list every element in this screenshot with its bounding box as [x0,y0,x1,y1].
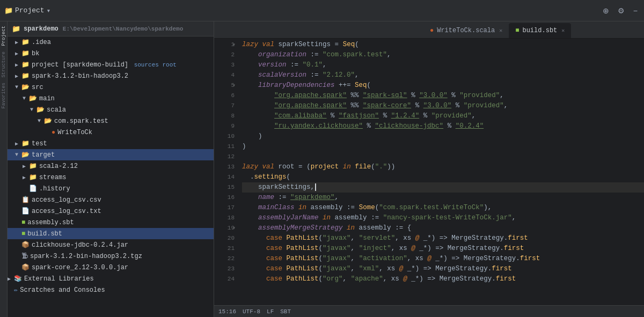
tree-item-project[interactable]: ▶📁project [sparkdemo-build] sources root [8,59,214,70]
code-content-2: organization := "com.spark.test", [242,50,391,60]
code-content-15: sparkSettings, [242,182,316,193]
vtab-project[interactable]: Project [1,24,7,48]
tree-item-history[interactable]: 📄.history [8,183,214,194]
line-numbers: 123456789101112131415161718192021222324 [214,39,239,305]
tree-item-scala[interactable]: ▼📂scala [8,104,214,115]
code-content-23: case PathList("javax", "xml", xs @ _*) =… [242,264,512,274]
code-content-7: "org.apache.spark" %% "spark-core" % "3.… [242,101,508,111]
buildSbt-tab-close[interactable]: ✕ [561,27,565,34]
line-num-15: 15 [214,182,235,193]
code-content-9: "ru.yandex.clickhouse" % "clickhouse-jdb… [242,121,484,131]
code-line-19: ▾ assemblyMergeStrategy in assembly := { [242,223,644,233]
tree-item-build_sbt[interactable]: ■build.sbt [8,228,214,239]
line-num-24: 24 [214,274,235,284]
writeToCk-tab-close[interactable]: ✕ [499,27,502,34]
panel-root-path: E:\Development\Nancydemo\sparkdemo [63,26,183,32]
code-line-2: organization := "com.spark.test", [242,50,644,60]
line-num-3: 3 [214,60,235,70]
fold-indicator-1[interactable]: ▾ [232,40,236,50]
line-num-10: 10 [214,131,235,142]
tree-item-comspark[interactable]: ▼📂com.spark.test [8,115,214,127]
line-num-18: 18 [214,213,235,223]
code-line-11: ) [242,142,644,152]
line-num-23: 23 [214,264,235,274]
vtab-structure[interactable]: Structure [1,49,7,80]
code-content-17: mainClass in assembly := Some("com.spark… [242,203,492,213]
buildSbt-tab-icon: ■ [515,27,519,34]
panel-root-label: sparkdemo [24,25,58,33]
vtab-favorites[interactable]: Favorites [1,80,7,111]
tabs-bar: ● WriteToCk.scala ✕ ■ build.sbt ✕ [214,21,644,39]
minimize-button[interactable]: − [631,5,640,16]
tab-buildSbt[interactable]: ■ build.sbt ✕ [509,23,571,38]
buildSbt-tab-label: build.sbt [522,27,557,34]
code-line-4: scalaVersion := "2.12.0", [242,70,644,80]
code-line-24: case PathList("org", "apache", xs @ _*) … [242,274,644,284]
tree-item-scala212[interactable]: ▶📁scala-2.12 [8,160,214,172]
code-content-11: ) [242,142,246,152]
line-num-1: 1 [214,40,235,50]
line-num-11: 11 [214,142,235,152]
code-content-20: case PathList("javax", "servlet", xs @ _… [242,233,528,244]
code-line-17: mainClass in assembly := Some("com.spark… [242,203,644,213]
status-line-col: 15:16 [218,308,236,315]
line-num-8: 8 [214,111,235,121]
code-line-8: "com.alibaba" % "fastjson" % "1.2.4" % "… [242,111,644,121]
tree-item-main[interactable]: ▼📂main [8,93,214,104]
code-content-1: lazy val sparkSettings = Seq( [242,40,359,50]
tree-item-test[interactable]: ▶📁test [8,138,214,149]
code-line-13: lazy val root = (project in file(".")) [242,162,644,172]
titlebar-actions: ⊕ ⚙ − [601,5,640,16]
project-panel: 📁 sparkdemo E:\Development\Nancydemo\spa… [8,21,214,317]
code-line-14: .settings( [242,172,644,182]
tree-item-clickhouse_jar[interactable]: 📦clickhouse-jdbc-0.2.4.jar [8,239,214,250]
tree-item-spark_core_jar[interactable]: 📦spark-core_2.12-3.0.0.jar [8,262,214,273]
code-line-22: case PathList("javax", "activation", xs … [242,254,644,264]
tree-item-idea[interactable]: ▶📁.idea [8,36,214,48]
code-content-19: assemblyMergeStrategy in assembly := { [242,223,411,233]
panel-header: 📁 sparkdemo E:\Development\Nancydemo\spa… [8,21,214,36]
code-line-21: case PathList("javax", "inject", xs @ _*… [242,244,644,254]
code-content-4: scalaVersion := "2.12.0", [242,70,359,80]
settings-button[interactable]: ⚙ [616,5,627,16]
tree-item-writeToCk[interactable]: ●WriteToCk [8,127,214,138]
tree-item-external_libs[interactable]: ▶📚External Libraries [8,273,214,284]
dropdown-icon[interactable]: ▾ [47,6,51,15]
tree-item-target[interactable]: ▼📂target [8,149,214,160]
tree-item-src[interactable]: ▼📂src [8,82,214,93]
code-line-6: "org.apache.spark" %% "spark-sql" % "3.0… [242,91,644,101]
tree-item-access_log_csv_csv[interactable]: 📋access_log_csv.csv [8,194,214,205]
writeToCk-tab-icon: ● [430,27,434,34]
panel-folder-icon: 📁 [12,25,20,33]
sync-button[interactable]: ⊕ [601,5,611,16]
project-label: Project [15,6,45,14]
tab-writeToCk[interactable]: ● WriteToCk.scala ✕ [423,23,509,38]
line-num-5: 5 [214,80,235,91]
code-container[interactable]: 123456789101112131415161718192021222324 … [214,39,644,305]
fold-indicator-5[interactable]: ▾ [232,80,236,91]
line-num-9: 9 [214,121,235,131]
code-line-23: case PathList("javax", "xml", xs @ _*) =… [242,264,644,274]
code-content-10: ) [242,131,262,142]
statusbar: 15:16 UTF-8 LF SBT [214,305,644,317]
code-line-12 [242,152,644,162]
line-num-20: 20 [214,233,235,244]
tree-item-scratches[interactable]: ✏Scratches and Consoles [8,284,214,296]
code-line-16: name := "sparkdemo", [242,193,644,203]
tree-item-spark312[interactable]: ▶📁spark-3.1.2-bin-hadoop3.2 [8,70,214,82]
fold-indicator-19[interactable]: ▾ [232,223,236,233]
tree-item-spark312_tgz[interactable]: 🗜spark-3.1.2-bin-hadoop3.2.tgz [8,250,214,262]
code-lines[interactable]: ▾lazy val sparkSettings = Seq( organizat… [239,39,644,305]
editor-area: ● WriteToCk.scala ✕ ■ build.sbt ✕ 123456… [214,21,644,317]
tree-item-bk[interactable]: ▶📁bk [8,48,214,59]
tree-item-access_log_csv_txt[interactable]: 📄access_log_csv.txt [8,205,214,217]
tree-item-streams[interactable]: ▶📁streams [8,172,214,183]
code-content-3: version := "0.1", [242,60,327,70]
code-line-5: ▾ libraryDependencies ++= Seq( [242,80,644,91]
code-line-9: "ru.yandex.clickhouse" % "clickhouse-jdb… [242,121,644,131]
code-content-18: assemblyJarName in assembly := "nancy-sp… [242,213,516,223]
line-num-16: 16 [214,193,235,203]
code-content-21: case PathList("javax", "inject", xs @ _*… [242,244,524,254]
tree-item-assembly_sbt[interactable]: ■assembly.sbt [8,217,214,228]
code-content-6: "org.apache.spark" %% "spark-sql" % "3.0… [242,91,504,101]
